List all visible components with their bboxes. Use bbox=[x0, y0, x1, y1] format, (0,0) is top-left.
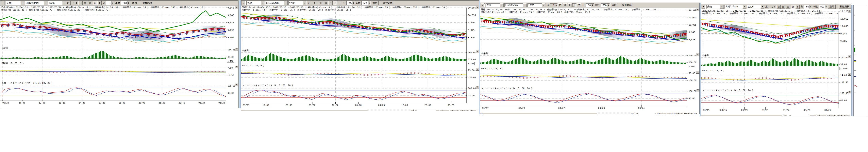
market-combo[interactable]: 先物▼ bbox=[706, 5, 724, 9]
nav-button-0[interactable]: ◀ bbox=[656, 112, 660, 115]
scroll-left-button[interactable]: ◀ bbox=[701, 115, 704, 116]
price-collapse-button[interactable] bbox=[235, 6, 238, 9]
stoch-collapse-button[interactable] bbox=[235, 83, 238, 86]
period-button-1[interactable]: 週 bbox=[324, 1, 328, 5]
scrollbar-thumb[interactable] bbox=[483, 112, 597, 114]
scrollbar-thumb[interactable] bbox=[244, 110, 368, 111]
period-button-0[interactable]: 日 bbox=[79, 1, 83, 5]
volume-collapse-button[interactable] bbox=[696, 53, 700, 56]
nav-button-6[interactable]: D bbox=[677, 112, 680, 115]
nav-button-9[interactable]: ⊕ bbox=[466, 110, 469, 111]
volume-collapse-button[interactable] bbox=[235, 48, 238, 50]
symbol-combo[interactable]: 日経225mini▼ bbox=[265, 1, 288, 5]
spin-up-icon[interactable] bbox=[608, 4, 609, 5]
apply-button[interactable]: 適用 bbox=[371, 1, 379, 5]
symbol-combo[interactable]: 日経225mini▼ bbox=[724, 5, 746, 9]
spinner-arrows-icon[interactable] bbox=[825, 5, 827, 8]
nav-button-4[interactable]: ■ bbox=[670, 112, 673, 115]
period-button-4[interactable]: T bbox=[338, 1, 342, 5]
spin-up-icon[interactable] bbox=[826, 6, 827, 6]
chart-plot-area[interactable]: 10,12510,06510,0059,9459,885105.0035.001… bbox=[701, 9, 851, 116]
market-combo[interactable]: 先物▼ bbox=[486, 3, 504, 7]
zoom-slider[interactable] bbox=[787, 115, 809, 116]
contract-combo[interactable]: 12/06▼ bbox=[527, 3, 546, 7]
spinner-arrows-icon[interactable] bbox=[607, 4, 610, 7]
period-button-3[interactable]: 分 bbox=[93, 1, 97, 5]
volume-collapse-button[interactable] bbox=[848, 55, 851, 58]
period-button-3[interactable]: 分 bbox=[572, 3, 577, 7]
stoch-collapse-button[interactable] bbox=[475, 86, 479, 88]
nav-button-6[interactable]: D bbox=[456, 110, 459, 111]
period-button-2[interactable]: 月 bbox=[786, 5, 790, 9]
scroll-right-button[interactable]: ▶ bbox=[784, 115, 787, 116]
spin-down-icon[interactable] bbox=[810, 7, 811, 7]
macd-collapse-button[interactable] bbox=[848, 73, 851, 76]
scrollbar-thumb[interactable] bbox=[704, 115, 782, 116]
macd-collapse-button[interactable] bbox=[475, 68, 479, 71]
period-button-2[interactable]: 月 bbox=[329, 1, 333, 5]
spin-up-icon[interactable] bbox=[369, 2, 370, 3]
nav-button-1[interactable]: ＋ bbox=[813, 115, 816, 116]
price-collapse-button[interactable] bbox=[475, 6, 479, 9]
chart-type-combo[interactable]: ▼ bbox=[702, 5, 706, 9]
spinner-arrows-icon[interactable] bbox=[352, 1, 354, 5]
spin-up-icon[interactable] bbox=[810, 6, 811, 6]
period-button-3[interactable]: 分 bbox=[791, 5, 795, 9]
multi-symbol-button[interactable]: 複数銘柄 bbox=[621, 3, 633, 7]
chart-plot-area[interactable]: 10,12510,06510,0059,9459,885750.00250.00… bbox=[480, 8, 700, 114]
nav-button-8[interactable]: R bbox=[463, 110, 466, 111]
nav-button-5[interactable]: ▶ bbox=[453, 110, 456, 111]
nav-button-4[interactable]: ■ bbox=[450, 110, 453, 111]
period-button-3[interactable]: 分 bbox=[333, 1, 337, 5]
nav-button-7[interactable]: L bbox=[833, 115, 836, 116]
nav-button-10[interactable]: X bbox=[470, 110, 473, 111]
period-button-4[interactable]: T bbox=[796, 5, 800, 9]
spinner-arrows-icon[interactable] bbox=[368, 1, 370, 5]
interval-spinner[interactable]: 30 bbox=[586, 3, 594, 7]
spinner-arrows-icon[interactable] bbox=[127, 1, 130, 5]
period-button-2[interactable]: 月 bbox=[567, 3, 572, 7]
bars-count-spinner[interactable]: 500 bbox=[121, 1, 130, 5]
period-button-1[interactable]: 週 bbox=[83, 1, 87, 5]
nav-button-2[interactable]: − bbox=[816, 115, 819, 116]
nav-button-8[interactable]: R bbox=[837, 115, 840, 116]
spin-up-icon[interactable] bbox=[112, 2, 114, 3]
nav-button-11[interactable]: ▶ bbox=[693, 112, 696, 115]
spin-down-icon[interactable] bbox=[592, 5, 593, 6]
spinner-arrows-icon[interactable] bbox=[591, 4, 594, 7]
zoom-slider-grip[interactable] bbox=[789, 115, 791, 116]
contract-combo[interactable]: 12/06▼ bbox=[48, 1, 66, 5]
nav-button-9[interactable]: ⊕ bbox=[687, 112, 690, 115]
nav-button-3[interactable]: ↔ bbox=[666, 112, 670, 115]
multi-symbol-button[interactable]: 複数銘柄 bbox=[141, 1, 153, 5]
symbol-combo[interactable]: 日経225mini▼ bbox=[504, 3, 527, 7]
spin-up-icon[interactable] bbox=[353, 2, 354, 3]
chart-plot-area[interactable]: 9,9659,9409,9159,8909,865125.0040.007.50… bbox=[0, 6, 238, 108]
chart-type-combo[interactable]: ▼ bbox=[480, 3, 485, 7]
market-combo[interactable]: 先物▼ bbox=[6, 1, 24, 5]
nav-button-10[interactable]: X bbox=[843, 115, 846, 116]
chart-type-combo[interactable]: ▼ bbox=[1, 1, 5, 5]
spinner-arrows-icon[interactable] bbox=[809, 5, 812, 8]
macd-collapse-button[interactable] bbox=[696, 71, 700, 74]
scrollbar-track[interactable] bbox=[368, 109, 410, 111]
volume-collapse-button[interactable] bbox=[475, 50, 479, 53]
nav-button-6[interactable]: D bbox=[830, 115, 833, 116]
multi-symbol-button[interactable]: 複数銘柄 bbox=[839, 4, 851, 9]
period-button-2[interactable]: 月 bbox=[88, 1, 92, 5]
chart-plot-area[interactable]: 10,08010,0359,9909,9459,900460.00175.002… bbox=[241, 6, 479, 111]
spinner-arrows-icon[interactable] bbox=[112, 1, 114, 5]
apply-button[interactable]: 適用 bbox=[610, 3, 618, 7]
spin-up-icon[interactable] bbox=[128, 2, 129, 3]
interval-spinner[interactable]: 5 bbox=[106, 1, 114, 5]
period-button-1[interactable]: 週 bbox=[781, 5, 785, 9]
price-collapse-button[interactable] bbox=[848, 10, 851, 12]
period-button-1[interactable]: 週 bbox=[563, 3, 567, 7]
market-combo[interactable]: 先物▼ bbox=[246, 1, 265, 5]
chart-plot-area[interactable] bbox=[854, 5, 868, 116]
nav-button-5[interactable]: ▶ bbox=[827, 115, 830, 116]
scrollbar-track[interactable] bbox=[597, 112, 631, 114]
chart-type-combo[interactable]: ▼ bbox=[242, 1, 246, 5]
apply-button[interactable]: 適用 bbox=[828, 4, 836, 9]
nav-button-1[interactable]: ＋ bbox=[660, 112, 663, 115]
